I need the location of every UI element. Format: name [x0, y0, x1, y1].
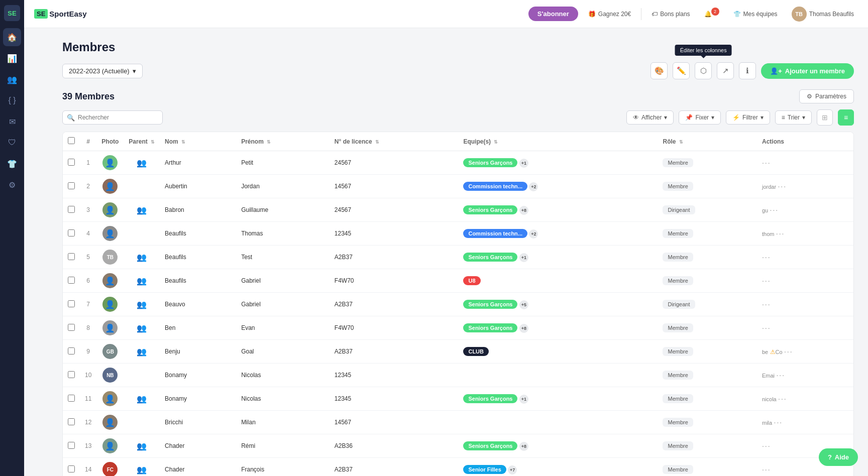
topnav-offers[interactable]: 🏷 Bons plans [647, 11, 694, 18]
col-licence[interactable]: N° de licence ⇅ [330, 132, 459, 151]
actions-menu[interactable]: ··· [778, 395, 787, 403]
row-photo: 👤 [96, 222, 124, 246]
row-checkbox[interactable] [68, 347, 75, 354]
row-checkbox[interactable] [68, 300, 75, 307]
actions-menu[interactable]: ··· [762, 465, 771, 473]
search-input[interactable] [62, 110, 163, 125]
actions-menu[interactable]: ··· [778, 182, 787, 190]
share-button[interactable]: ↗ [717, 62, 734, 79]
row-checkbox-cell[interactable] [63, 293, 80, 316]
row-actions[interactable]: jordar ··· [757, 175, 853, 198]
row-equipes: Seniors Garçons +1 [458, 246, 658, 269]
row-checkbox[interactable] [68, 324, 75, 331]
col-role[interactable]: Rôle ⇅ [658, 132, 757, 151]
filter-color-button[interactable]: 🎨 [650, 62, 668, 79]
row-actions[interactable]: ··· [757, 293, 853, 316]
row-checkbox[interactable] [68, 418, 75, 425]
season-select[interactable]: 2022-2023 (Actuelle) ▾ [62, 64, 143, 78]
row-checkbox[interactable] [68, 206, 75, 213]
row-actions[interactable]: gu ··· [757, 198, 853, 222]
select-all-checkbox[interactable] [68, 137, 75, 144]
actions-menu[interactable]: ··· [762, 277, 771, 285]
row-checkbox[interactable] [68, 465, 75, 472]
col-equipes[interactable]: Equipe(s) ⇅ [458, 132, 658, 151]
col-num: # [80, 132, 96, 151]
actions-menu[interactable]: ··· [776, 229, 785, 237]
trier-button[interactable]: ≡ Trier ▾ [775, 110, 812, 125]
row-checkbox-cell[interactable] [63, 364, 80, 387]
info-button[interactable]: ℹ [739, 62, 756, 79]
equipe-badge: Seniors Garçons [463, 441, 517, 450]
row-checkbox-cell[interactable] [63, 340, 80, 364]
row-actions[interactable]: thom ··· [757, 222, 853, 246]
sidebar-item-mail[interactable]: ✉ [3, 112, 21, 131]
fixer-button[interactable]: 📌 Fixer ▾ [679, 110, 721, 125]
row-checkbox[interactable] [68, 442, 75, 449]
row-actions[interactable]: ··· [757, 316, 853, 340]
edit-columns-button[interactable]: ⬡ Éditer les colonnes [695, 62, 712, 79]
sidebar-item-stats[interactable]: 📊 [3, 49, 21, 67]
sidebar-item-home[interactable]: 🏠 [3, 28, 21, 46]
row-checkbox[interactable] [68, 229, 75, 236]
row-actions[interactable]: nicola ··· [757, 387, 853, 411]
actions-menu[interactable]: ··· [774, 418, 783, 426]
row-checkbox[interactable] [68, 277, 75, 284]
row-checkbox-cell[interactable] [63, 269, 80, 293]
params-button[interactable]: ⚙ Paramètres [799, 89, 854, 103]
row-checkbox-cell[interactable] [63, 175, 80, 198]
actions-menu[interactable]: ··· [762, 324, 771, 332]
row-checkbox-cell[interactable] [63, 434, 80, 458]
row-checkbox[interactable] [68, 253, 75, 260]
row-checkbox-cell[interactable] [63, 222, 80, 246]
col-parent[interactable]: Parent ⇅ [124, 132, 160, 151]
actions-menu[interactable]: ··· [784, 347, 793, 355]
sidebar-item-shield[interactable]: 🛡 [3, 134, 21, 152]
grid-view-button[interactable]: ⊞ [817, 109, 833, 126]
row-actions[interactable]: ··· [757, 269, 853, 293]
actions-menu[interactable]: ··· [770, 206, 779, 214]
sidebar-item-code[interactable]: { } [3, 91, 21, 109]
row-checkbox[interactable] [68, 371, 75, 378]
row-checkbox-cell[interactable] [63, 198, 80, 222]
actions-menu[interactable]: ··· [762, 159, 771, 167]
sidebar-item-settings[interactable]: ⚙ [3, 176, 21, 194]
sidebar-logo[interactable]: SE [4, 5, 20, 21]
row-actions[interactable]: mila ··· [757, 411, 853, 434]
topnav-notifications[interactable]: 🔔 2 [700, 11, 723, 18]
row-checkbox-cell[interactable] [63, 458, 80, 477]
row-photo: 👤 [96, 387, 124, 411]
sidebar-item-shirt[interactable]: 👕 [3, 155, 21, 173]
topnav-teams[interactable]: 👕 Mes équipes [729, 11, 782, 18]
col-nom[interactable]: Nom ⇅ [160, 132, 236, 151]
row-actions[interactable]: ··· [757, 151, 853, 175]
actions-menu[interactable]: ··· [762, 442, 771, 450]
row-checkbox-cell[interactable] [63, 411, 80, 434]
row-equipes: CLUB [458, 340, 658, 364]
table-row: 12 👤 Bricchi Milan 14567 Membre mila ··· [63, 411, 853, 434]
col-prenom[interactable]: Prénom ⇅ [236, 132, 330, 151]
row-checkbox[interactable] [68, 159, 75, 166]
edit-button[interactable]: ✏️ [673, 62, 690, 79]
topnav-earn[interactable]: 🎁 Gagnez 20€ [584, 11, 635, 18]
help-button[interactable]: ? Aide [819, 448, 858, 466]
add-member-button[interactable]: 👤+ Ajouter un membre [761, 63, 854, 79]
row-checkbox[interactable] [68, 182, 75, 189]
subscribe-button[interactable]: S'abonner [528, 7, 578, 21]
list-view-button[interactable]: ≡ [838, 109, 854, 126]
afficher-button[interactable]: 👁 Afficher ▾ [626, 110, 674, 125]
sidebar-item-people[interactable]: 👥 [3, 70, 21, 88]
actions-menu[interactable]: ··· [762, 253, 771, 261]
row-checkbox-cell[interactable] [63, 316, 80, 340]
row-actions[interactable]: be ⚠Co ··· [757, 340, 853, 364]
actions-menu[interactable]: ··· [776, 371, 785, 379]
filtrer-button[interactable]: ⚡ Filtrer ▾ [726, 110, 770, 125]
topnav-user[interactable]: TB Thomas Beaufils [788, 7, 858, 22]
row-actions[interactable]: Emai ··· [757, 364, 853, 387]
row-checkbox-cell[interactable] [63, 246, 80, 269]
row-actions[interactable]: ··· [757, 246, 853, 269]
actions-menu[interactable]: ··· [762, 300, 771, 308]
row-checkbox[interactable] [68, 395, 75, 402]
row-nom: Chader [160, 458, 236, 477]
row-checkbox-cell[interactable] [63, 387, 80, 411]
row-checkbox-cell[interactable] [63, 151, 80, 175]
